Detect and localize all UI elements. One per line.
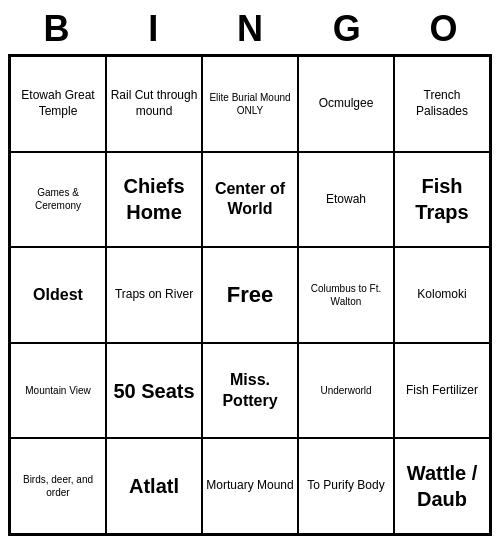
bingo-letter-n: N <box>206 8 294 50</box>
bingo-letter-g: G <box>303 8 391 50</box>
bingo-letter-i: I <box>109 8 197 50</box>
bingo-cell-6: Chiefs Home <box>106 152 202 248</box>
bingo-letter-o: O <box>400 8 488 50</box>
bingo-cell-5: Games & Ceremony <box>10 152 106 248</box>
bingo-cell-11: Traps on River <box>106 247 202 343</box>
bingo-cell-10: Oldest <box>10 247 106 343</box>
bingo-cell-21: Atlatl <box>106 438 202 534</box>
bingo-letter-b: B <box>12 8 100 50</box>
bingo-cell-0: Etowah Great Temple <box>10 56 106 152</box>
bingo-cell-22: Mortuary Mound <box>202 438 298 534</box>
bingo-cell-19: Fish Fertilizer <box>394 343 490 439</box>
bingo-cell-9: Fish Traps <box>394 152 490 248</box>
bingo-cell-12: Free <box>202 247 298 343</box>
bingo-cell-24: Wattle / Daub <box>394 438 490 534</box>
bingo-cell-17: Miss. Pottery <box>202 343 298 439</box>
bingo-cell-3: Ocmulgee <box>298 56 394 152</box>
bingo-cell-18: Underworld <box>298 343 394 439</box>
bingo-cell-1: Rail Cut through mound <box>106 56 202 152</box>
bingo-cell-20: Birds, deer, and order <box>10 438 106 534</box>
bingo-cell-23: To Purify Body <box>298 438 394 534</box>
bingo-grid: Etowah Great TempleRail Cut through moun… <box>8 54 492 536</box>
bingo-cell-13: Columbus to Ft. Walton <box>298 247 394 343</box>
bingo-cell-16: 50 Seats <box>106 343 202 439</box>
bingo-cell-7: Center of World <box>202 152 298 248</box>
bingo-header: BINGO <box>8 8 492 50</box>
bingo-cell-4: Trench Palisades <box>394 56 490 152</box>
bingo-cell-2: Elite Burial Mound ONLY <box>202 56 298 152</box>
bingo-cell-14: Kolomoki <box>394 247 490 343</box>
bingo-cell-15: Mountain View <box>10 343 106 439</box>
bingo-cell-8: Etowah <box>298 152 394 248</box>
